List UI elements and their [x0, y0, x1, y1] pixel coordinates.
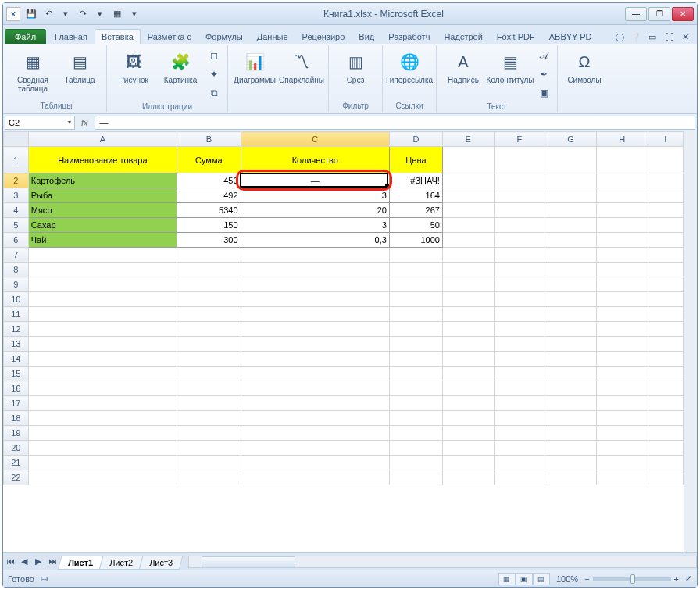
cell-G16[interactable]	[545, 381, 597, 396]
cell-D14[interactable]	[389, 352, 442, 367]
col-header-H[interactable]: H	[596, 132, 648, 147]
app-icon[interactable]: X	[6, 7, 20, 21]
cell-I2[interactable]	[648, 173, 683, 188]
cell-I6[interactable]	[648, 233, 683, 248]
cell-D4[interactable]: 267	[389, 203, 442, 218]
fx-icon[interactable]: fx	[78, 118, 91, 127]
cell-F11[interactable]	[494, 307, 545, 322]
cell-I3[interactable]	[648, 188, 683, 203]
cell-E12[interactable]	[442, 322, 494, 337]
cell-D21[interactable]	[389, 456, 442, 470]
cell-F17[interactable]	[494, 396, 545, 411]
cell-I8[interactable]	[648, 263, 683, 277]
cell-I1[interactable]	[648, 147, 683, 173]
cell-F19[interactable]	[494, 426, 545, 441]
cell-A4[interactable]: Мясо	[28, 203, 177, 218]
cell-E7[interactable]	[442, 248, 494, 263]
cell-D22[interactable]	[389, 470, 442, 485]
cell-C2[interactable]: —	[241, 173, 389, 188]
cell-I15[interactable]	[648, 367, 683, 381]
cell-B9[interactable]	[177, 277, 241, 292]
qat-undo[interactable]: ↶	[41, 6, 56, 22]
row-header-5[interactable]: 5	[4, 218, 29, 233]
ribbon-help-icon-3[interactable]: ⛶	[662, 32, 676, 44]
hyperlink-button[interactable]: 🌐Гиперссылка	[388, 47, 431, 87]
file-tab[interactable]: Файл	[5, 29, 46, 44]
ribbon-help-icon-0[interactable]: ⓘ	[612, 32, 627, 44]
cell-A11[interactable]	[28, 307, 177, 322]
cell-F6[interactable]	[494, 233, 545, 248]
cell-I20[interactable]	[648, 441, 683, 456]
zoom-out-button[interactable]: −	[584, 574, 589, 584]
zoom-slider[interactable]	[593, 577, 671, 581]
cell-B17[interactable]	[177, 396, 241, 411]
cell-D9[interactable]	[389, 277, 442, 292]
qat-custom[interactable]: ▦	[109, 6, 125, 22]
cell-E17[interactable]	[442, 396, 494, 411]
cell-I21[interactable]	[648, 456, 683, 470]
charts-button[interactable]: 📊Диаграммы	[233, 47, 277, 87]
cell-E19[interactable]	[442, 426, 494, 441]
cell-H10[interactable]	[596, 292, 648, 307]
macro-record-icon[interactable]: ⛀	[41, 574, 48, 584]
cell-G17[interactable]	[545, 396, 597, 411]
cell-I12[interactable]	[648, 322, 683, 337]
cell-A13[interactable]	[28, 337, 177, 352]
row-header-7[interactable]: 7	[4, 248, 29, 263]
cell-D19[interactable]	[389, 426, 442, 441]
qat-redo[interactable]: ↷	[75, 6, 91, 22]
cell-F5[interactable]	[494, 218, 545, 233]
name-box-dropdown-icon[interactable]: ▾	[68, 119, 71, 126]
cell-G2[interactable]	[545, 173, 597, 188]
cell-H20[interactable]	[596, 441, 648, 456]
cell-H3[interactable]	[596, 188, 648, 203]
cell-E18[interactable]	[442, 411, 494, 426]
cell-C5[interactable]: 3	[241, 218, 389, 233]
ribbon-help-icon-4[interactable]: ✕	[678, 32, 692, 44]
cell-A16[interactable]	[28, 381, 177, 396]
cell-A3[interactable]: Рыба	[28, 188, 177, 203]
cell-E3[interactable]	[442, 188, 494, 203]
cell-H4[interactable]	[596, 203, 648, 218]
sheet-tab-1[interactable]: Лист2	[99, 556, 144, 570]
formula-input[interactable]: —	[95, 116, 695, 130]
cell-F4[interactable]	[494, 203, 545, 218]
row-header-3[interactable]: 3	[4, 188, 29, 203]
row-header-12[interactable]: 12	[4, 322, 29, 337]
cell-B6[interactable]: 300	[177, 233, 241, 248]
ribbon-tab-7[interactable]: Разработч	[381, 29, 437, 44]
cell-C12[interactable]	[241, 322, 389, 337]
cell-D18[interactable]	[389, 411, 442, 426]
cell-D17[interactable]	[389, 396, 442, 411]
cell-E14[interactable]	[442, 352, 494, 367]
cell-E8[interactable]	[442, 263, 494, 277]
qat-redo-dropdown[interactable]: ▾	[92, 6, 108, 22]
cell-A21[interactable]	[28, 456, 177, 470]
cell-E22[interactable]	[442, 470, 494, 485]
row-header-2[interactable]: 2	[4, 173, 29, 188]
sheet-nav-3[interactable]: ⏭	[45, 556, 59, 567]
cell-F1[interactable]	[494, 147, 545, 173]
cell-G4[interactable]	[545, 203, 597, 218]
ribbon-help-icon-2[interactable]: ▭	[645, 32, 659, 44]
cell-B20[interactable]	[177, 441, 241, 456]
cell-E13[interactable]	[442, 337, 494, 352]
cell-E16[interactable]	[442, 381, 494, 396]
cell-A5[interactable]: Сахар	[28, 218, 177, 233]
horizontal-scrollbar[interactable]	[188, 556, 697, 568]
pivot-table-button[interactable]: ▦Сводная таблица	[11, 47, 55, 95]
row-header-21[interactable]: 21	[4, 456, 29, 470]
cell-B2[interactable]: 450	[177, 173, 241, 188]
col-header-A[interactable]: A	[28, 132, 177, 147]
cell-G20[interactable]	[545, 441, 597, 456]
screenshot-button[interactable]: ⧉	[205, 84, 223, 102]
cell-A12[interactable]	[28, 322, 177, 337]
cell-C20[interactable]	[241, 441, 389, 456]
row-header-10[interactable]: 10	[4, 292, 29, 307]
ribbon-tab-9[interactable]: Foxit PDF	[490, 29, 542, 44]
select-all-corner[interactable]	[4, 132, 29, 147]
cell-B19[interactable]	[177, 426, 241, 441]
cell-G10[interactable]	[545, 292, 597, 307]
cell-I14[interactable]	[648, 352, 683, 367]
cell-I10[interactable]	[648, 292, 683, 307]
